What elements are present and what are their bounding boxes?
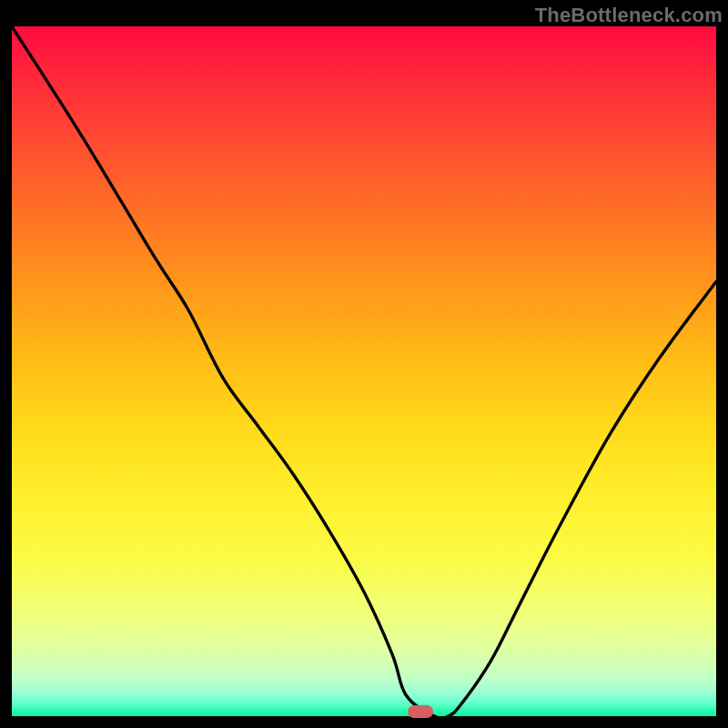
optimal-marker [408,705,433,718]
bottleneck-curve [12,26,716,716]
attribution-text: TheBottleneck.com [535,4,723,27]
plot-area [12,26,716,716]
chart-frame: TheBottleneck.com [0,0,728,728]
